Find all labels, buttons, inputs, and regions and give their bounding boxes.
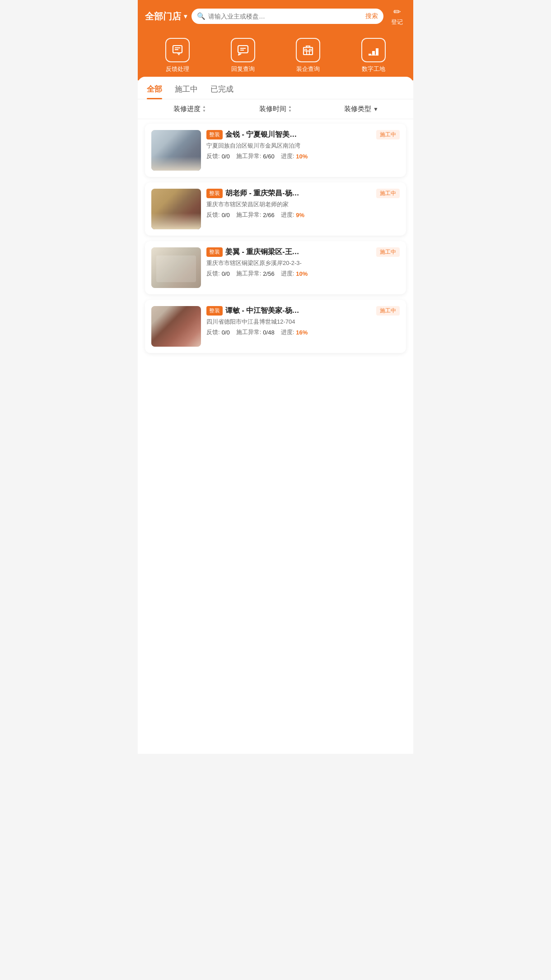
- status-badge: 施工中: [376, 189, 400, 198]
- chevron-down-icon: ▾: [184, 13, 187, 20]
- register-label: 登记: [391, 18, 403, 26]
- table-row[interactable]: 整装 金锐 - 宁夏银川智美… 施工中 宁夏回族自治区银川市金凤区南泊湾 反馈:…: [145, 124, 406, 177]
- feedback-value: 0/0: [222, 212, 230, 218]
- feedback-label: 反馈:: [206, 269, 220, 278]
- project-info: 整装 胡老师 - 重庆荣昌-杨… 施工中 重庆市市辖区荣昌区胡老师的家 反馈: …: [206, 189, 400, 229]
- sort-arrows-time: ▲ ▼: [288, 105, 292, 113]
- project-title-row: 整装 谭敏 - 中江智美家-杨… 施工中: [206, 306, 400, 316]
- search-bar: 🔍 搜索: [191, 9, 383, 24]
- progress-label: 进度:: [281, 328, 294, 336]
- thumbnail-image-2: [151, 189, 201, 229]
- nav-item-digital[interactable]: 数字工地: [341, 38, 406, 73]
- type-badge: 整装: [206, 306, 223, 316]
- project-title-row: 整装 姜翼 - 重庆铜梁区-王… 施工中: [206, 247, 400, 257]
- project-name: 谭敏 - 中江智美家-杨…: [225, 306, 373, 316]
- project-address: 重庆市市辖区荣昌区胡老师的家: [206, 200, 400, 209]
- stat-feedback: 反馈: 0/0: [206, 328, 230, 336]
- project-name: 姜翼 - 重庆铜梁区-王…: [225, 247, 373, 257]
- project-address: 四川省德阳市中江县博世城12-704: [206, 318, 400, 326]
- type-badge: 整装: [206, 247, 223, 257]
- nav-item-company[interactable]: 装企查询: [276, 38, 341, 73]
- nav-label-feedback: 反馈处理: [166, 65, 189, 73]
- reply-icon-box: [231, 38, 255, 62]
- search-button[interactable]: 搜索: [365, 12, 378, 20]
- tab-ongoing[interactable]: 施工中: [175, 84, 198, 99]
- feedback-label: 反馈:: [206, 328, 220, 336]
- register-button[interactable]: ✏ 登记: [388, 6, 406, 26]
- project-thumbnail: [151, 189, 201, 229]
- store-label: 全部门店: [145, 10, 181, 23]
- table-row[interactable]: 整装 谭敏 - 中江智美家-杨… 施工中 四川省德阳市中江县博世城12-704 …: [145, 300, 406, 353]
- filter-progress-label: 装修进度: [173, 105, 201, 113]
- type-badge: 整装: [206, 189, 223, 198]
- filter-time[interactable]: 装修时间 ▲ ▼: [233, 105, 318, 113]
- type-badge: 整装: [206, 130, 223, 139]
- status-badge: 施工中: [376, 247, 400, 257]
- company-icon-box: [296, 38, 320, 62]
- svg-rect-8: [305, 49, 307, 51]
- stat-abnormal: 施工异常: 2/66: [236, 211, 275, 219]
- table-row[interactable]: 整装 胡老师 - 重庆荣昌-杨… 施工中 重庆市市辖区荣昌区胡老师的家 反馈: …: [145, 182, 406, 236]
- stat-abnormal: 施工异常: 0/48: [236, 328, 275, 336]
- header-nav: 反馈处理 回复查询: [145, 33, 406, 80]
- stat-abnormal: 施工异常: 6/60: [236, 152, 275, 160]
- nav-label-digital: 数字工地: [362, 65, 385, 73]
- store-selector[interactable]: 全部门店 ▾: [145, 10, 187, 23]
- feedback-value: 0/0: [222, 153, 230, 160]
- project-stats: 反馈: 0/0 施工异常: 6/60 进度: 10%: [206, 152, 400, 160]
- progress-value: 10%: [296, 153, 308, 160]
- stat-feedback: 反馈: 0/0: [206, 152, 230, 160]
- project-info: 整装 谭敏 - 中江智美家-杨… 施工中 四川省德阳市中江县博世城12-704 …: [206, 306, 400, 347]
- nav-label-reply: 回复查询: [231, 65, 255, 73]
- project-thumbnail: [151, 247, 201, 288]
- filter-time-label: 装修时间: [259, 105, 286, 113]
- stat-abnormal: 施工异常: 2/56: [236, 269, 275, 278]
- stat-feedback: 反馈: 0/0: [206, 269, 230, 278]
- content-area: 全部 施工中 已完成 装修进度 ▲ ▼ 装修时间 ▲ ▼ 装修类型 ▼: [138, 77, 413, 754]
- project-title-left: 整装 谭敏 - 中江智美家-杨…: [206, 306, 373, 316]
- filter-progress[interactable]: 装修进度 ▲ ▼: [147, 105, 233, 113]
- feedback-value: 0/0: [222, 270, 230, 277]
- tab-done[interactable]: 已完成: [210, 84, 233, 99]
- svg-rect-7: [307, 51, 309, 55]
- abnormal-value: 2/66: [263, 212, 274, 218]
- stat-progress: 进度: 16%: [281, 328, 308, 336]
- abnormal-label: 施工异常:: [236, 328, 261, 336]
- stat-feedback: 反馈: 0/0: [206, 211, 230, 219]
- abnormal-value: 6/60: [263, 153, 274, 160]
- svg-rect-12: [376, 48, 378, 56]
- progress-value: 16%: [296, 329, 308, 336]
- table-row[interactable]: 整装 姜翼 - 重庆铜梁区-王… 施工中 重庆市市辖区铜梁区原乡溪岸20-2-3…: [145, 241, 406, 294]
- sort-arrows-progress: ▲ ▼: [202, 105, 206, 113]
- feedback-value: 0/0: [222, 329, 230, 336]
- search-input[interactable]: [208, 13, 363, 20]
- filter-type[interactable]: 装修类型 ▼: [318, 105, 404, 113]
- progress-value: 9%: [296, 212, 304, 218]
- header-top: 全部门店 ▾ 🔍 搜索 ✏ 登记: [145, 6, 406, 26]
- project-thumbnail: [151, 130, 201, 171]
- progress-label: 进度:: [281, 269, 294, 278]
- dropdown-arrow-icon: ▼: [373, 106, 378, 112]
- project-list: 整装 金锐 - 宁夏银川智美… 施工中 宁夏回族自治区银川市金凤区南泊湾 反馈:…: [138, 119, 413, 358]
- project-name: 金锐 - 宁夏银川智美…: [225, 130, 373, 139]
- abnormal-value: 2/56: [263, 270, 274, 277]
- project-address: 重庆市市辖区铜梁区原乡溪岸20-2-3-: [206, 259, 400, 267]
- feedback-label: 反馈:: [206, 152, 220, 160]
- project-title-row: 整装 胡老师 - 重庆荣昌-杨… 施工中: [206, 189, 400, 198]
- project-stats: 反馈: 0/0 施工异常: 2/56 进度: 10%: [206, 269, 400, 278]
- project-title-left: 整装 胡老师 - 重庆荣昌-杨…: [206, 189, 373, 198]
- feedback-icon-box: [165, 38, 190, 62]
- stat-progress: 进度: 10%: [281, 269, 308, 278]
- nav-item-feedback[interactable]: 反馈处理: [145, 38, 210, 73]
- search-icon: 🔍: [197, 12, 205, 20]
- status-badge: 施工中: [376, 130, 400, 139]
- tab-all[interactable]: 全部: [147, 84, 162, 99]
- svg-rect-3: [238, 46, 248, 53]
- progress-value: 10%: [296, 270, 308, 277]
- abnormal-label: 施工异常:: [236, 211, 261, 219]
- thumbnail-image-4: [151, 306, 201, 347]
- header: 全部门店 ▾ 🔍 搜索 ✏ 登记 反馈处理: [138, 0, 413, 80]
- thumbnail-image-1: [151, 130, 201, 171]
- tabs: 全部 施工中 已完成: [138, 77, 413, 99]
- nav-item-reply[interactable]: 回复查询: [210, 38, 276, 73]
